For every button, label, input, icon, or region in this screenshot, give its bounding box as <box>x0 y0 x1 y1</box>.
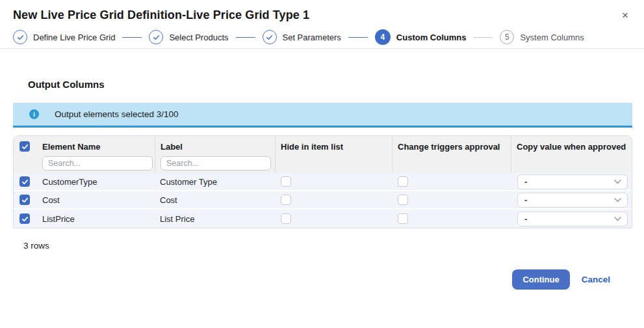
change-triggers-approval-cell <box>392 213 511 224</box>
page-title: New Live Price Grid Definition-Live Pric… <box>13 8 631 22</box>
element-name-cell: Cost <box>37 195 155 205</box>
row-select-cell <box>14 213 37 224</box>
table-row: ListPrice List Price - <box>14 210 632 228</box>
hide-in-item-list-checkbox[interactable] <box>281 176 291 187</box>
label-cell: List Price <box>155 214 275 224</box>
label-search-input[interactable] <box>161 156 271 171</box>
section-heading: Output Columns <box>28 79 632 90</box>
header-cell-label: Label <box>155 136 275 173</box>
close-icon[interactable]: × <box>621 8 630 22</box>
info-banner: i Output elements selected 3/100 <box>13 103 632 128</box>
header-cell-copy-value-when-approved: Copy value when approved <box>511 136 632 173</box>
banner-text: Output elements selected 3/100 <box>55 109 179 119</box>
header-cell-select <box>14 136 37 173</box>
step-connector <box>473 37 493 38</box>
footer-actions: Continue Cancel <box>13 269 610 290</box>
column-header-label: Element Name <box>42 142 101 152</box>
step-connector <box>122 37 142 38</box>
modal-header: New Live Price Grid Definition-Live Pric… <box>0 0 644 49</box>
label-cell: Cost <box>155 195 275 205</box>
chevron-down-icon <box>614 180 621 184</box>
column-header-label: Hide in item list <box>281 142 343 152</box>
step-label: Set Parameters <box>283 33 341 42</box>
hide-in-item-list-checkbox[interactable] <box>281 213 291 224</box>
hide-in-item-list-cell <box>275 176 392 187</box>
row-select-cell <box>14 195 37 205</box>
copy-value-cell: - <box>511 212 632 226</box>
header-cell-hide-in-item-list: Hide in item list <box>275 136 392 173</box>
table-row: Cost Cost - <box>14 191 632 210</box>
column-header-label: Change triggers approval <box>398 142 500 152</box>
step-select-products[interactable]: Select Products <box>149 30 228 44</box>
change-triggers-approval-checkbox[interactable] <box>398 195 408 205</box>
modal-body: Output Columns i Output elements selecte… <box>0 79 644 290</box>
step-label: System Columns <box>520 33 584 42</box>
header-cell-element-name: Element Name <box>37 136 155 173</box>
copy-value-select[interactable]: - <box>517 193 628 208</box>
check-icon <box>13 30 27 44</box>
row-select-cell <box>14 176 37 187</box>
change-triggers-approval-checkbox[interactable] <box>398 176 408 187</box>
chevron-down-icon <box>614 198 621 202</box>
row-select-checkbox[interactable] <box>19 213 30 224</box>
copy-value-cell: - <box>511 193 632 208</box>
continue-button[interactable]: Continue <box>512 269 569 290</box>
change-triggers-approval-checkbox[interactable] <box>398 213 408 224</box>
step-number: 4 <box>375 29 391 45</box>
row-select-checkbox[interactable] <box>19 176 30 187</box>
column-header-label: Copy value when approved <box>517 142 626 152</box>
element-name-cell: ListPrice <box>37 214 155 224</box>
row-select-checkbox[interactable] <box>19 195 30 205</box>
live-price-grid-modal: New Live Price Grid Definition-Live Pric… <box>0 0 644 290</box>
check-icon <box>149 30 163 44</box>
info-icon: i <box>29 109 39 119</box>
step-set-parameters[interactable]: Set Parameters <box>263 30 341 44</box>
select-value: - <box>524 214 527 224</box>
element-name-cell: CustomerType <box>37 177 155 187</box>
hide-in-item-list-cell <box>275 195 392 205</box>
element-name-search-input[interactable] <box>42 156 153 171</box>
change-triggers-approval-cell <box>392 195 511 205</box>
step-label: Select Products <box>169 33 228 42</box>
header-cell-change-triggers-approval: Change triggers approval <box>392 136 511 173</box>
cancel-button[interactable]: Cancel <box>582 275 610 284</box>
output-columns-table: Element Name Label Hide in item list Cha… <box>13 135 632 228</box>
copy-value-cell: - <box>511 174 632 189</box>
hide-in-item-list-cell <box>275 213 392 224</box>
select-value: - <box>524 195 527 205</box>
step-connector <box>236 37 255 38</box>
copy-value-select[interactable]: - <box>517 212 628 226</box>
table-header-row: Element Name Label Hide in item list Cha… <box>14 136 632 173</box>
select-value: - <box>524 177 527 187</box>
chevron-down-icon <box>614 217 621 221</box>
stepper: Define Live Price Grid Select Products S… <box>13 29 631 45</box>
check-icon <box>263 30 277 44</box>
hide-in-item-list-checkbox[interactable] <box>281 195 291 205</box>
copy-value-select[interactable]: - <box>517 174 628 189</box>
label-cell: Customer Type <box>155 177 275 187</box>
step-number: 5 <box>500 30 514 44</box>
step-label: Custom Columns <box>396 33 467 42</box>
step-label: Define Live Price Grid <box>33 33 115 42</box>
column-header-label: Label <box>161 142 183 152</box>
step-system-columns[interactable]: 5 System Columns <box>500 30 584 44</box>
step-connector <box>348 37 368 38</box>
table-row: CustomerType Customer Type - <box>14 173 632 191</box>
step-custom-columns[interactable]: 4 Custom Columns <box>375 29 467 45</box>
row-count: 3 rows <box>23 241 632 251</box>
select-all-checkbox[interactable] <box>19 141 30 152</box>
step-define-live-price-grid[interactable]: Define Live Price Grid <box>13 30 115 44</box>
change-triggers-approval-cell <box>392 176 511 187</box>
